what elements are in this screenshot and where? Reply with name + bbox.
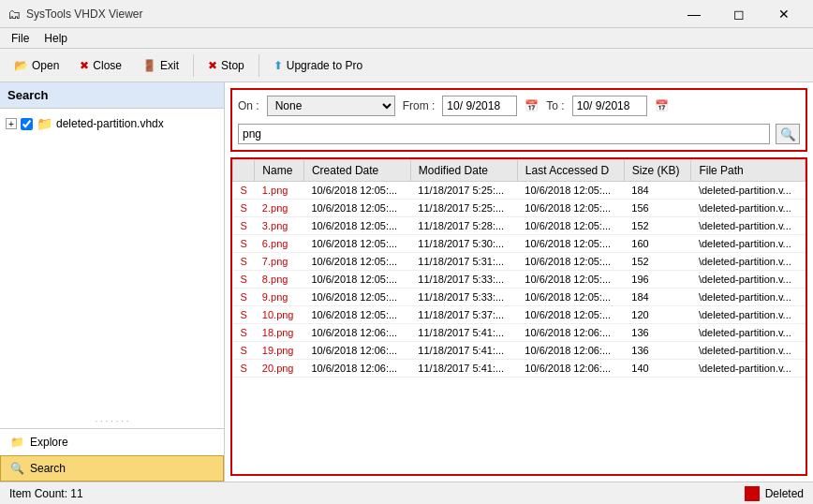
results-table-container: Name Created Date Modified Date Last Acc… bbox=[230, 157, 807, 476]
exit-button[interactable]: 🚪 Exit bbox=[134, 55, 187, 76]
row-size: 120 bbox=[624, 306, 691, 324]
row-accessed: 10/6/2018 12:05:... bbox=[517, 271, 624, 289]
resize-handle[interactable]: · · · · · · · bbox=[0, 414, 224, 428]
close-icon: ✖ bbox=[80, 59, 89, 72]
table-row[interactable]: S 3.png 10/6/2018 12:05:... 11/18/2017 5… bbox=[233, 217, 806, 235]
row-modified: 11/18/2017 5:41:... bbox=[410, 342, 517, 360]
deleted-color-box bbox=[745, 486, 760, 501]
row-name: 19.png bbox=[255, 342, 304, 360]
row-name: 1.png bbox=[255, 182, 304, 200]
row-accessed: 10/6/2018 12:05:... bbox=[517, 306, 624, 324]
main-layout: Search + 📁 deleted-partition.vhdx · · · … bbox=[0, 82, 813, 482]
stop-button[interactable]: ✖ Stop bbox=[200, 55, 253, 76]
table-row[interactable]: S 20.png 10/6/2018 12:06:... 11/18/2017 … bbox=[233, 360, 806, 378]
menu-bar: File Help bbox=[0, 28, 813, 49]
search-execute-button[interactable]: 🔍 bbox=[776, 124, 800, 144]
tree-item: + 📁 deleted-partition.vhdx bbox=[6, 114, 218, 133]
to-label: To : bbox=[546, 99, 564, 112]
status-right: Deleted bbox=[745, 486, 804, 501]
on-label: On : bbox=[238, 99, 259, 112]
row-size: 140 bbox=[624, 360, 691, 378]
from-calendar-icon[interactable]: 📅 bbox=[525, 99, 539, 112]
row-accessed: 10/6/2018 12:06:... bbox=[517, 342, 624, 360]
title-bar: 🗂 SysTools VHDX Viewer — ◻ ✕ bbox=[0, 0, 813, 28]
tree-checkbox[interactable] bbox=[21, 118, 33, 130]
deleted-label: Deleted bbox=[765, 487, 804, 500]
row-modified: 11/18/2017 5:41:... bbox=[410, 360, 517, 378]
table-row[interactable]: S 8.png 10/6/2018 12:05:... 11/18/2017 5… bbox=[233, 271, 806, 289]
close-window-button[interactable]: ✕ bbox=[762, 0, 806, 28]
table-row[interactable]: S 9.png 10/6/2018 12:05:... 11/18/2017 5… bbox=[233, 289, 806, 306]
row-path: \deleted-partition.v... bbox=[691, 235, 806, 253]
row-icon: S bbox=[233, 289, 255, 306]
row-created: 10/6/2018 12:05:... bbox=[303, 289, 410, 306]
to-calendar-icon[interactable]: 📅 bbox=[655, 99, 669, 112]
row-created: 10/6/2018 12:05:... bbox=[303, 217, 410, 235]
col-created[interactable]: Created Date bbox=[303, 160, 410, 182]
search-text-input[interactable] bbox=[238, 124, 770, 144]
row-icon: S bbox=[233, 324, 255, 342]
row-name: 8.png bbox=[255, 271, 304, 289]
row-modified: 11/18/2017 5:25:... bbox=[410, 200, 517, 217]
item-count: Item Count: 11 bbox=[9, 487, 83, 500]
row-modified: 11/18/2017 5:31:... bbox=[410, 253, 517, 271]
stop-icon: ✖ bbox=[208, 59, 217, 72]
search-bar-row2: 🔍 bbox=[238, 124, 800, 144]
from-date-input[interactable] bbox=[442, 96, 517, 116]
table-row[interactable]: S 1.png 10/6/2018 12:05:... 11/18/2017 5… bbox=[233, 182, 806, 200]
col-name[interactable]: Name bbox=[255, 160, 304, 182]
folder-icon: 📁 bbox=[37, 116, 52, 131]
row-modified: 11/18/2017 5:28:... bbox=[410, 217, 517, 235]
menu-help[interactable]: Help bbox=[37, 30, 75, 47]
col-size[interactable]: Size (KB) bbox=[624, 160, 691, 182]
table-row[interactable]: S 19.png 10/6/2018 12:06:... 11/18/2017 … bbox=[233, 342, 806, 360]
tree-item-label: deleted-partition.vhdx bbox=[56, 117, 164, 130]
status-bar: Item Count: 11 Deleted bbox=[0, 482, 813, 504]
search-tab[interactable]: 🔍 Search bbox=[0, 455, 224, 482]
col-modified[interactable]: Modified Date bbox=[410, 160, 517, 182]
menu-file[interactable]: File bbox=[4, 30, 37, 47]
row-modified: 11/18/2017 5:41:... bbox=[410, 324, 517, 342]
table-row[interactable]: S 10.png 10/6/2018 12:05:... 11/18/2017 … bbox=[233, 306, 806, 324]
row-created: 10/6/2018 12:05:... bbox=[303, 200, 410, 217]
toolbar-separator-2 bbox=[259, 54, 259, 77]
table-row[interactable]: S 2.png 10/6/2018 12:05:... 11/18/2017 5… bbox=[233, 200, 806, 217]
restore-button[interactable]: ◻ bbox=[717, 0, 761, 28]
row-accessed: 10/6/2018 12:05:... bbox=[517, 253, 624, 271]
row-modified: 11/18/2017 5:30:... bbox=[410, 235, 517, 253]
row-icon: S bbox=[233, 342, 255, 360]
explore-tab[interactable]: 📁 Explore bbox=[0, 429, 224, 455]
col-path[interactable]: File Path bbox=[691, 160, 806, 182]
row-accessed: 10/6/2018 12:06:... bbox=[517, 324, 624, 342]
row-name: 18.png bbox=[255, 324, 304, 342]
row-size: 152 bbox=[624, 253, 691, 271]
table-row[interactable]: S 18.png 10/6/2018 12:06:... 11/18/2017 … bbox=[233, 324, 806, 342]
search-tab-icon: 🔍 bbox=[10, 462, 24, 475]
tree-expand-button[interactable]: + bbox=[6, 118, 17, 129]
row-size: 160 bbox=[624, 235, 691, 253]
row-created: 10/6/2018 12:05:... bbox=[303, 235, 410, 253]
row-icon: S bbox=[233, 253, 255, 271]
table-row[interactable]: S 7.png 10/6/2018 12:05:... 11/18/2017 5… bbox=[233, 253, 806, 271]
row-path: \deleted-partition.v... bbox=[691, 342, 806, 360]
nav-tabs: 📁 Explore 🔍 Search bbox=[0, 428, 224, 482]
to-date-input[interactable] bbox=[572, 96, 647, 116]
row-size: 184 bbox=[624, 289, 691, 306]
search-bar-row1: On : None Created Date Modified Date Las… bbox=[238, 96, 800, 116]
tree-area: + 📁 deleted-partition.vhdx bbox=[0, 109, 224, 414]
app-icon: 🗂 bbox=[7, 7, 21, 22]
open-button[interactable]: 📂 Open bbox=[6, 55, 67, 76]
minimize-button[interactable]: — bbox=[673, 0, 716, 28]
row-size: 196 bbox=[624, 271, 691, 289]
row-path: \deleted-partition.v... bbox=[691, 182, 806, 200]
row-name: 2.png bbox=[255, 200, 304, 217]
row-size: 152 bbox=[624, 217, 691, 235]
table-row[interactable]: S 6.png 10/6/2018 12:05:... 11/18/2017 5… bbox=[233, 235, 806, 253]
close-button[interactable]: ✖ Close bbox=[71, 55, 130, 76]
row-path: \deleted-partition.v... bbox=[691, 360, 806, 378]
on-select[interactable]: None Created Date Modified Date Last Acc… bbox=[267, 96, 395, 116]
row-modified: 11/18/2017 5:25:... bbox=[410, 182, 517, 200]
upgrade-button[interactable]: ⬆ Upgrade to Pro bbox=[265, 55, 371, 76]
row-path: \deleted-partition.v... bbox=[691, 324, 806, 342]
col-accessed[interactable]: Last Accessed D bbox=[517, 160, 624, 182]
